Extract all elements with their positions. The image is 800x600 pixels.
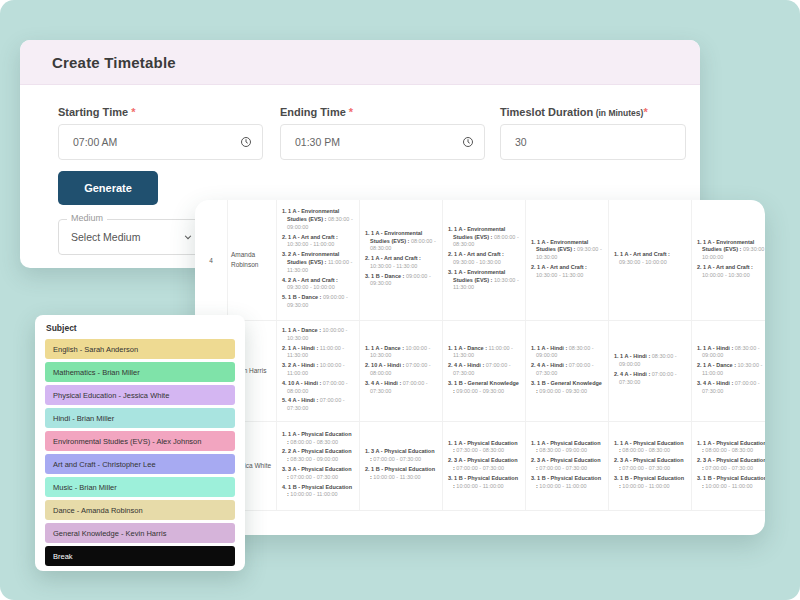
timetable-cell: 1. 1 A - Art and Craft : 09:30:00 - 10:0… <box>609 200 692 320</box>
schedule-entry: 2. 4 A - Hindi : 07:00:00 - 07:30:00 <box>531 362 603 378</box>
schedule-entry: 3. 1 B - Physical Education : 10:00:00 -… <box>614 475 686 491</box>
ending-time-field: Ending Time * 01:30 PM <box>280 106 485 160</box>
entry-label: 1. 1 A - Art and Craft : <box>614 251 670 257</box>
legend-item: Environmental Studies (EVS) - Alex Johns… <box>45 431 235 451</box>
entry-label: 2. 1 A - Hindi : <box>282 345 318 351</box>
entry-label: 3. 1 B - Dance : <box>365 273 404 279</box>
entry-label: 5. 4 A - Hindi : <box>282 397 318 403</box>
medium-select[interactable]: Medium Select Medium <box>58 219 204 255</box>
timeslot-duration-value: 30 <box>515 136 675 148</box>
entry-label: 3. 2 A - Hindi : <box>282 362 318 368</box>
entry-label: 2. 1 A - Art and Craft : <box>282 234 338 240</box>
timetable-row: 4Amanda Robinson1. 1 A - Environmental S… <box>195 200 765 321</box>
schedule-entry: 3. 4 A - Hindi : 07:00:00 - 07:30:00 <box>365 380 437 396</box>
schedule-entry: 2. 1 A - Art and Craft : 09:30:00 - 10:3… <box>448 251 520 267</box>
entry-label: 2. 1 A - Art and Craft : <box>697 264 753 270</box>
timetable-cell: 1. 1 A - Environmental Studies (EVS) : 0… <box>526 200 609 320</box>
entry-label: 1. 1 A - Dance : <box>448 345 487 351</box>
clock-icon[interactable] <box>240 136 252 148</box>
schedule-entry: 1. 1 A - Dance : 10:00:00 - 10:30:00 <box>365 345 437 361</box>
entry-label: 1. 1 A - Dance : <box>365 345 404 351</box>
timeslot-duration-input[interactable]: 30 <box>500 124 686 160</box>
schedule-entry: 4. 1 B - Physical Education : 10:00:00 -… <box>282 484 354 500</box>
entry-time: 07:00:00 - 07:30:00 <box>538 465 587 471</box>
schedule-entry: 1. 1 A - Environmental Studies (EVS) : 0… <box>282 208 354 231</box>
legend-item: Dance - Amanda Robinson <box>45 500 235 520</box>
generate-button[interactable]: Generate <box>58 171 158 205</box>
timetable-cell: 1. 1 A - Physical Education : 08:00:00 -… <box>609 422 692 510</box>
entry-time: 08:30:00 - 09:00:00 <box>289 456 338 462</box>
entry-label: 1. 1 A - Hindi : <box>531 345 567 351</box>
timetable-cell: 1. 1 A - Dance : 10:00:00 - 10:30:002. 1… <box>277 321 360 421</box>
entry-label: 4. 10 A - Hindi : <box>282 380 321 386</box>
starting-time-label: Starting Time * <box>58 106 263 118</box>
ending-time-input[interactable]: 01:30 PM <box>280 124 485 160</box>
timetable-cell: 1. 1 A - Physical Education : 08:00:00 -… <box>692 422 765 510</box>
schedule-entry: 3. 3 A - Physical Education : 07:00:00 -… <box>282 466 354 482</box>
entry-label: 2. 1 A - Art and Craft : <box>531 264 587 270</box>
schedule-entry: 3. 1 B - General Knowledge : 09:00:00 - … <box>531 380 603 396</box>
entry-label: 4. 2 A - Art and Craft : <box>282 277 338 283</box>
entry-time: 10:00:00 - 11:00:00 <box>621 483 670 489</box>
entry-time: 09:30:00 - 10:00:00 <box>287 284 335 290</box>
entry-label: 3. 4 A - Hindi : <box>697 380 733 386</box>
schedule-entry: 3. 2 A - Environmental Studies (EVS) : 1… <box>282 251 354 274</box>
entry-time: 10:00:00 - 11:30:00 <box>372 474 421 480</box>
required-mark: * <box>128 106 135 118</box>
schedule-entry: 3. 1 B - General Knowledge : 09:00:00 - … <box>448 380 520 396</box>
timetable-cell: 1. 1 A - Dance : 10:00:00 - 10:30:002. 1… <box>360 321 443 421</box>
entry-time: 09:30:00 - 10:30:00 <box>453 259 501 265</box>
medium-select-value: Select Medium <box>71 231 183 243</box>
schedule-entry: 5. 1 B - Dance : 09:00:00 - 09:30:00 <box>282 294 354 310</box>
row-number-cell: 4 <box>195 200 228 320</box>
legend-title: Subject <box>46 323 235 333</box>
entry-time: 10:00:00 - 11:00:00 <box>704 483 753 489</box>
entry-label: 5. 1 B - Dance : <box>282 294 321 300</box>
ending-time-value: 01:30 PM <box>295 136 462 148</box>
timetable-row: Jessica White1. 1 A - Physical Education… <box>195 422 765 511</box>
schedule-entry: 1. 1 A - Environmental Studies (EVS) : 0… <box>448 226 520 249</box>
entry-time: 08:00:00 - 08:30:00 <box>704 447 753 453</box>
timetable-cell: 1. 1 A - Dance : 11:00:00 - 11:30:002. 4… <box>443 321 526 421</box>
page-title: Create Timetable <box>52 54 176 71</box>
entry-time: 10:30:00 - 11:00:00 <box>287 241 334 247</box>
label-text: Starting Time <box>58 106 128 118</box>
label-text: Timeslot Duration <box>500 106 593 118</box>
timetable-cell: 1. 3 A - Physical Education : 07:00:00 -… <box>360 422 443 510</box>
entry-time: 10:30:00 - 11:30:00 <box>536 272 583 278</box>
subject-legend-card: Subject English - Sarah AndersonMathemat… <box>35 315 245 571</box>
schedule-entry: 3. 4 A - Hindi : 07:00:00 - 07:30:00 <box>697 380 765 396</box>
entry-time: 07:00:00 - 07:30:00 <box>372 456 421 462</box>
chevron-down-icon <box>183 232 193 242</box>
schedule-entry: 2. 1 A - Hindi : 11:00:00 - 11:30:00 <box>282 345 354 361</box>
timetable-cell: 1. 1 A - Environmental Studies (EVS) : 0… <box>360 200 443 320</box>
schedule-entry: 1. 1 A - Physical Education : 08:30:00 -… <box>531 440 603 456</box>
starting-time-value: 07:00 AM <box>73 136 240 148</box>
schedule-entry: 2. 1 B - Physical Education : 10:00:00 -… <box>365 466 437 482</box>
schedule-entry: 3. 1 A - Environmental Studies (EVS) : 1… <box>448 269 520 292</box>
schedule-entry: 2. 3 A - Physical Education : 07:00:00 -… <box>448 457 520 473</box>
schedule-entry: 2. 1 A - Art and Craft : 10:30:00 - 11:0… <box>282 234 354 250</box>
schedule-entry: 2. 4 A - Hindi : 07:00:00 - 07:30:00 <box>448 362 520 378</box>
entry-time: 08:00:00 - 08:30:00 <box>289 439 338 445</box>
schedule-entry: 1. 1 A - Physical Education : 08:00:00 -… <box>614 440 686 456</box>
schedule-entry: 3. 1 B - Physical Education : 10:00:00 -… <box>697 475 765 491</box>
clock-icon[interactable] <box>462 136 474 148</box>
teacher-name-cell: Amanda Robinson <box>228 200 277 320</box>
entry-label: 3. 4 A - Hindi : <box>365 380 401 386</box>
schedule-entry: 1. 1 A - Hindi : 08:30:00 - 09:00:00 <box>531 345 603 361</box>
schedule-entry: 3. 1 B - Physical Education : 10:00:00 -… <box>448 475 520 491</box>
timetable-cell: 1. 1 A - Physical Education : 08:00:00 -… <box>277 422 360 510</box>
timetable-grid: 4Amanda Robinson1. 1 A - Environmental S… <box>195 200 765 511</box>
legend-item: Physical Education - Jessica White <box>45 385 235 405</box>
timeslot-duration-label: Timeslot Duration (in Minutes)* <box>500 106 686 118</box>
timetable-cell: 1. 1 A - Environmental Studies (EVS) : 0… <box>443 200 526 320</box>
timetable-cell: 1. 1 A - Hindi : 08:30:00 - 09:00:002. 4… <box>609 321 692 421</box>
schedule-entry: 1. 1 A - Art and Craft : 09:30:00 - 10:0… <box>614 251 686 267</box>
timetable-cell: 1. 1 A - Environmental Studies (EVS) : 0… <box>277 200 360 320</box>
starting-time-input[interactable]: 07:00 AM <box>58 124 263 160</box>
entry-time: 08:00:00 - 08:30:00 <box>621 447 670 453</box>
schedule-entry: 2. 1 A - Art and Craft : 10:30:00 - 11:3… <box>531 264 603 280</box>
entry-time: 09:00:00 - 09:30:00 <box>538 388 587 394</box>
schedule-entry: 4. 2 A - Art and Craft : 09:30:00 - 10:0… <box>282 277 354 293</box>
